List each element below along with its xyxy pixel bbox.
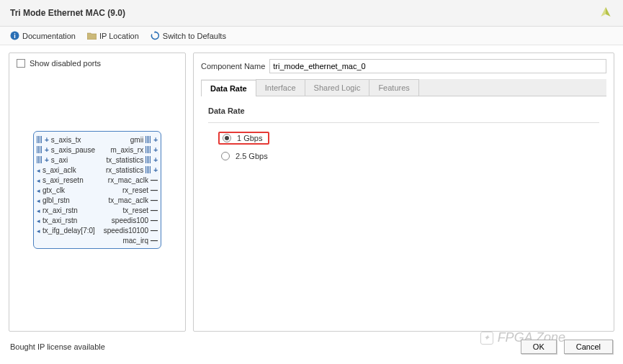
port-row: +s_axis_pause+m_axis_rx [34, 145, 161, 155]
port-right: +tx_statistics [106, 156, 158, 164]
port-left: +s_axi [37, 156, 68, 164]
port-label: mac_irq [122, 237, 148, 245]
port-label: rx_mac_aclk [108, 176, 148, 184]
port-row: —mac_irq [34, 235, 161, 245]
svg-text:i: i [14, 32, 16, 40]
port-row: s_axi_resetn—rx_mac_aclk [34, 175, 161, 185]
arrow-left-icon [37, 176, 40, 184]
radio-label: 2.5 Gbps [236, 152, 268, 160]
dash-pin-icon: — [151, 237, 158, 245]
port-row: s_axi_aclk+rx_statistics [34, 165, 161, 175]
arrow-left-icon [37, 217, 40, 224]
info-icon: i [10, 31, 19, 40]
plus-icon: + [153, 136, 158, 144]
dash-pin-icon: — [151, 206, 158, 214]
port-right: —speedis100 [112, 217, 158, 224]
arrow-left-icon [37, 186, 40, 194]
port-label: rx_statistics [106, 166, 143, 174]
port-label: gmii [130, 136, 143, 144]
main-content: Show disabled ports +s_axis_tx+gmii+s_ax… [0, 45, 623, 332]
port-row: tx_axi_rstn—speedis100 [34, 215, 161, 225]
port-label: tx_axi_rstn [42, 217, 77, 224]
port-right: —mac_irq [122, 237, 158, 245]
show-disabled-ports-checkbox[interactable] [17, 59, 25, 68]
data-rate-option[interactable]: 1 Gbps [218, 132, 269, 145]
ok-button[interactable]: OK [521, 340, 557, 354]
data-rate-option[interactable]: 2.5 Gbps [218, 150, 599, 162]
ip-location-label: IP Location [99, 32, 139, 40]
port-right: —tx_mac_aclk [108, 196, 158, 204]
toolbar: i Documentation IP Location Switch to De… [0, 27, 623, 45]
arrow-left-icon [37, 196, 40, 204]
bus-pin-icon [37, 136, 42, 143]
tab-features[interactable]: Features [369, 79, 418, 96]
port-right: —tx_reset [122, 206, 158, 214]
plus-icon: + [45, 146, 49, 154]
port-right: —rx_mac_aclk [108, 176, 158, 184]
port-label: rx_reset [122, 186, 148, 194]
bus-pin-icon [145, 156, 151, 163]
cancel-button[interactable]: Cancel [564, 340, 613, 354]
page-title: Tri Mode Ethernet MAC (9.0) [10, 8, 125, 18]
port-label: glbl_rstn [42, 196, 70, 204]
radio-icon [223, 134, 231, 142]
dash-pin-icon: — [151, 227, 158, 235]
port-label: tx_statistics [106, 156, 143, 164]
port-row: gtx_clk—rx_reset [34, 185, 161, 195]
documentation-link[interactable]: i Documentation [10, 31, 76, 40]
ip-location-link[interactable]: IP Location [87, 31, 139, 40]
port-row: glbl_rstn—tx_mac_aclk [34, 195, 161, 205]
port-right: +rx_statistics [106, 166, 158, 174]
plus-icon: + [153, 166, 158, 174]
license-status: Bought IP license available [10, 342, 105, 351]
plus-icon: + [45, 136, 49, 144]
port-label: tx_mac_aclk [108, 196, 148, 204]
documentation-label: Documentation [22, 32, 76, 40]
port-left: s_axi_resetn [37, 176, 84, 184]
port-label: rx_axi_rstn [42, 206, 78, 214]
arrow-left-icon [37, 206, 40, 214]
port-label: gtx_clk [42, 186, 65, 194]
refresh-icon [151, 31, 160, 40]
port-label: s_axi [51, 156, 68, 164]
port-label: s_axis_pause [51, 146, 95, 154]
port-left: tx_axi_rstn [37, 217, 77, 224]
dash-pin-icon: — [151, 217, 158, 224]
port-left: tx_ifg_delay[7:0] [37, 227, 95, 235]
port-left: s_axi_aclk [37, 166, 76, 174]
title-bar: Tri Mode Ethernet MAC (9.0) [0, 0, 623, 27]
dash-pin-icon: — [151, 186, 158, 194]
tab-interface[interactable]: Interface [256, 79, 305, 96]
port-left: +s_axis_pause [37, 146, 95, 154]
port-label: s_axi_aclk [42, 166, 76, 174]
vendor-logo [599, 6, 613, 20]
dash-pin-icon: — [151, 196, 158, 204]
show-disabled-ports-row: Show disabled ports [17, 59, 178, 68]
tab-content: Data Rate 1 Gbps2.5 Gbps [201, 96, 606, 172]
data-rate-options: 1 Gbps2.5 Gbps [208, 132, 599, 162]
port-right: +m_axis_rx [111, 146, 158, 154]
port-label: tx_reset [122, 206, 148, 214]
bus-pin-icon [145, 136, 151, 143]
port-left: rx_axi_rstn [37, 206, 78, 214]
component-name-row: Component Name [201, 59, 606, 73]
port-row: +s_axi+tx_statistics [34, 155, 161, 165]
radio-label: 1 Gbps [237, 134, 262, 142]
port-label: tx_ifg_delay[7:0] [42, 227, 95, 235]
switch-defaults-link[interactable]: Switch to Defaults [151, 31, 226, 40]
port-left: glbl_rstn [37, 196, 70, 204]
tab-bar: Data RateInterfaceShared LogicFeatures [201, 79, 606, 96]
dash-pin-icon: — [151, 176, 158, 184]
port-label: s_axis_tx [51, 136, 81, 144]
tab-shared-logic[interactable]: Shared Logic [305, 79, 370, 96]
component-name-input[interactable] [269, 59, 606, 73]
component-name-label: Component Name [201, 62, 265, 70]
bus-pin-icon [145, 146, 151, 153]
section-title: Data Rate [208, 106, 599, 115]
port-right: —rx_reset [122, 186, 158, 194]
arrow-left-icon [37, 227, 40, 235]
tab-data-rate[interactable]: Data Rate [201, 80, 256, 96]
bus-pin-icon [37, 156, 42, 163]
ip-block: +s_axis_tx+gmii+s_axis_pause+m_axis_rx+s… [33, 131, 161, 249]
footer: Bought IP license available OK Cancel [0, 334, 623, 360]
